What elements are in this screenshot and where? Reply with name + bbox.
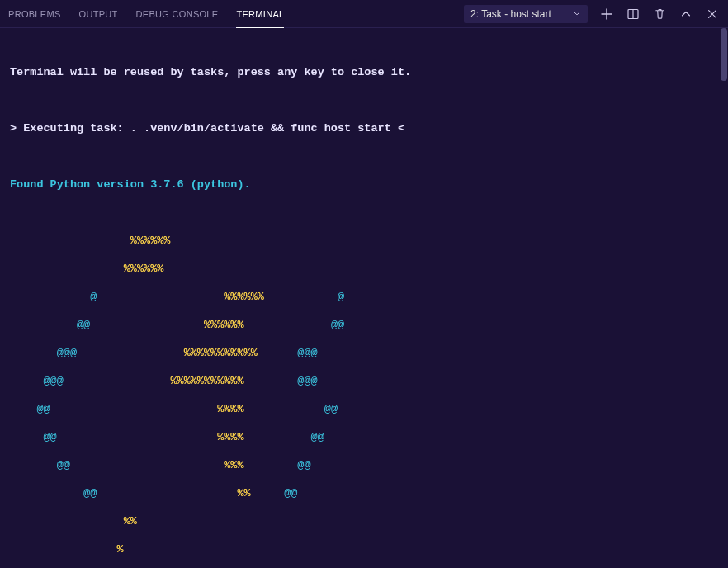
panel-actions: 2: Task - host start [464,5,720,23]
logo-line: @@@ %%%%%%%%%%% @@@ [10,374,718,388]
trash-icon [654,7,666,20]
maximize-panel-button[interactable] [678,7,693,21]
tab-terminal[interactable]: TERMINAL [236,0,284,27]
split-terminal-button[interactable] [626,7,641,21]
terminal-line [10,149,718,163]
logo-line: @ %%%%%% @ [10,290,718,304]
terminal-line: Found Python version 3.7.6 (python). [10,178,718,192]
scrollbar-thumb[interactable] [721,28,727,81]
logo-line: @@ %% @@ [10,486,718,500]
split-horizontal-icon [626,7,640,21]
close-icon [707,8,718,20]
chevron-down-icon [573,8,581,20]
panel-tab-bar: PROBLEMS OUTPUT DEBUG CONSOLE TERMINAL 2… [0,0,728,28]
terminal-picker-dropdown[interactable]: 2: Task - host start [464,5,588,23]
panel-tabs-left: PROBLEMS OUTPUT DEBUG CONSOLE TERMINAL [8,0,284,27]
logo-line: @@@ %%%%%%%%%%% @@@ [10,346,718,360]
logo-line: %%%%%% [10,262,718,276]
new-terminal-button[interactable] [599,7,614,21]
terminal-line: Terminal will be reused by tasks, press … [10,65,718,79]
logo-line: @@ %%%% @@ [10,430,718,444]
logo-line: %% [10,514,718,528]
scrollbar-vertical[interactable] [720,28,728,568]
plus-icon [600,7,613,21]
terminal-line [10,93,718,107]
terminal-line: > Executing task: . .venv/bin/activate &… [10,121,718,135]
terminal-picker-label: 2: Task - host start [470,8,551,20]
terminal-line [10,206,718,220]
close-panel-button[interactable] [705,7,720,21]
kill-terminal-button[interactable] [652,7,667,21]
logo-line: %%%%%% [10,234,718,248]
logo-line: % [10,542,718,556]
tab-problems[interactable]: PROBLEMS [8,0,61,27]
logo-line: @@ %%%% @@ [10,402,718,416]
logo-line: @@ %%%%%% @@ [10,318,718,332]
logo-line: @@ %%% @@ [10,458,718,472]
tab-debug-console[interactable]: DEBUG CONSOLE [136,0,219,27]
chevron-up-icon [680,8,692,20]
terminal-output[interactable]: Terminal will be reused by tasks, press … [0,28,728,568]
tab-output[interactable]: OUTPUT [79,0,118,27]
